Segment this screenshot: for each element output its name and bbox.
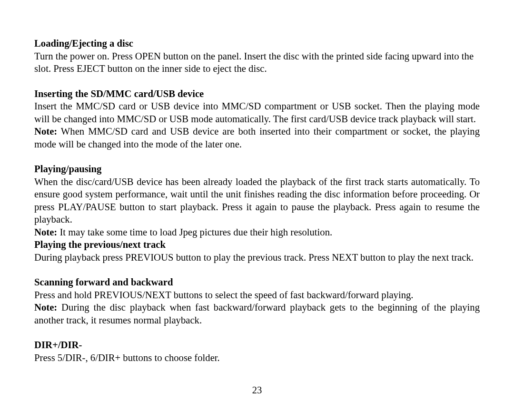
section-inserting: Inserting the SD/MMC card/USB device Ins… (34, 88, 480, 151)
section-playing: Playing/pausing When the disc/card/USB d… (34, 163, 480, 238)
body-inserting: Insert the MMC/SD card or USB device int… (34, 100, 480, 125)
heading-loading: Loading/Ejecting a disc (34, 37, 480, 50)
note-playing-text: It may take some time to load Jpeg pictu… (57, 227, 332, 237)
note-inserting-text: When MMC/SD card and USB device are both… (34, 126, 480, 149)
body-prevnext: During playback press PREVIOUS button to… (34, 251, 480, 264)
body-playing: When the disc/card/USB device has been a… (34, 176, 480, 226)
note-label: Note: (34, 126, 57, 137)
heading-prevnext: Playing the previous/next track (34, 238, 480, 251)
note-playing: Note: It may take some time to load Jpeg… (34, 226, 480, 239)
heading-playing: Playing/pausing (34, 163, 480, 176)
heading-scanning: Scanning forward and backward (34, 276, 480, 289)
section-loading: Loading/Ejecting a disc Turn the power o… (34, 37, 480, 75)
note-scanning: Note: During the disc playback when fast… (34, 301, 480, 326)
section-prevnext: Playing the previous/next track During p… (34, 238, 480, 264)
body-dir: Press 5/DIR-, 6/DIR+ buttons to choose f… (34, 352, 480, 364)
heading-inserting: Inserting the SD/MMC card/USB device (34, 88, 480, 100)
section-scanning: Scanning forward and backward Press and … (34, 276, 480, 326)
body-scanning: Press and hold PREVIOUS/NEXT buttons to … (34, 289, 480, 302)
heading-dir: DIR+/DIR- (34, 339, 480, 352)
section-dir: DIR+/DIR- Press 5/DIR-, 6/DIR+ buttons t… (34, 339, 480, 364)
note-scanning-text: During the disc playback when fast backw… (34, 302, 480, 325)
note-label: Note: (34, 227, 57, 237)
note-inserting: Note: When MMC/SD card and USB device ar… (34, 125, 480, 150)
document-page: Loading/Ejecting a disc Turn the power o… (0, 0, 514, 420)
note-label: Note: (34, 302, 57, 313)
body-loading: Turn the power on. Press OPEN button on … (34, 50, 480, 75)
page-number: 23 (0, 384, 514, 397)
